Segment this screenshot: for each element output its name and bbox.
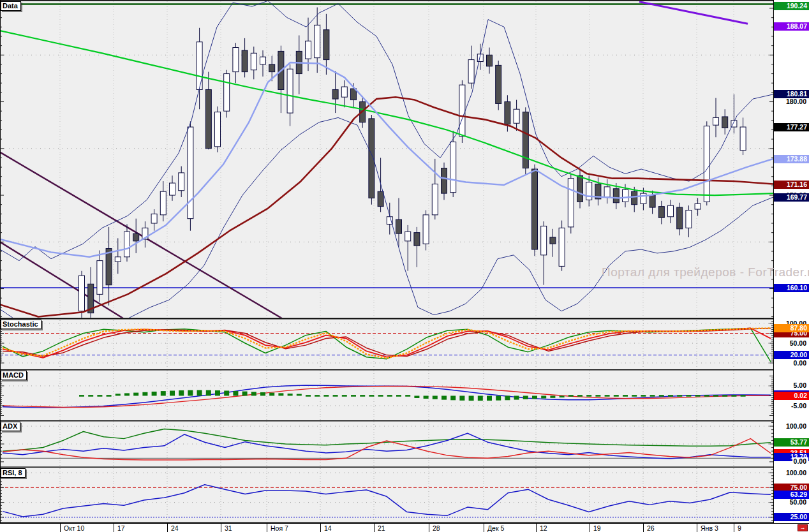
- price-badge: 169.77: [774, 193, 809, 202]
- time-label: 28: [433, 524, 440, 532]
- time-label: 17: [117, 524, 125, 532]
- axis-label: 180.00: [785, 98, 808, 106]
- price-badge: 53.77: [774, 438, 809, 447]
- time-tick: [267, 524, 267, 532]
- time-tick: [60, 524, 61, 532]
- axis-label: 100.00: [785, 422, 808, 431]
- axis-label: -5.00: [790, 402, 808, 410]
- time-tick: [590, 524, 590, 532]
- panel-title-adx[interactable]: ADX: [1, 422, 20, 431]
- time-tick: [484, 524, 484, 532]
- time-label: 12: [540, 524, 547, 532]
- price-badge: 63.29: [774, 491, 809, 499]
- time-tick: [320, 524, 321, 532]
- time-label: 19: [593, 524, 601, 532]
- price-badge: 171.16: [774, 181, 809, 189]
- time-label: 9: [738, 524, 741, 532]
- scroll-right-button[interactable]: →: [798, 524, 808, 531]
- time-tick: [734, 524, 734, 532]
- panel-title-data[interactable]: Data: [1, 1, 21, 11]
- time-label: 24: [171, 524, 179, 532]
- time-tick: [697, 524, 697, 532]
- price-badge: 25.00: [774, 513, 809, 521]
- axis-label: 50.00: [789, 339, 808, 348]
- price-badge: 177.27: [774, 123, 809, 131]
- panel-title-stochastic[interactable]: Stochastic: [1, 320, 41, 329]
- price-scale[interactable]: 180.00170.00190.24188.07180.81177.27173.…: [774, 0, 809, 523]
- time-label: Янв 3: [701, 524, 718, 532]
- axis-label: 0.00: [792, 457, 808, 466]
- time-label: 26: [647, 524, 655, 532]
- price-badge: 188.07: [774, 22, 809, 31]
- time-tick: [429, 524, 429, 532]
- time-tick: [536, 524, 537, 532]
- axis-label: 0.00: [792, 359, 808, 367]
- time-label: Дек 5: [487, 524, 504, 532]
- time-label: 31: [225, 524, 232, 532]
- panel-title-rsi[interactable]: RSI, 8: [1, 468, 26, 478]
- price-badge: 160.10: [774, 284, 809, 292]
- axis-label: 100.00: [785, 469, 808, 477]
- chart-window: 180.00170.00190.24188.07180.81177.27173.…: [0, 0, 809, 532]
- axis-label: 50.00: [789, 498, 808, 506]
- price-badge: 0.02: [774, 392, 809, 400]
- price-badge: 173.88: [774, 155, 809, 163]
- time-label: Окт 10: [64, 524, 84, 532]
- axis-label: 5.00: [792, 381, 808, 390]
- price-badge: 190.24: [774, 2, 809, 10]
- time-tick: [643, 524, 644, 532]
- price-badge: 180.81: [774, 90, 809, 98]
- time-label: 21: [378, 524, 385, 532]
- time-label: Ноя 7: [271, 524, 288, 532]
- price-badge: 87.80: [774, 324, 809, 332]
- price-badge: 20.00: [774, 351, 809, 359]
- time-tick: [114, 524, 114, 532]
- time-tick: [167, 524, 168, 532]
- panel-title-macd[interactable]: MACD: [1, 371, 27, 380]
- time-axis: → Окт 10172431Ноя 7142128Дек 5121926Янв …: [0, 523, 809, 532]
- time-label: 14: [324, 524, 332, 532]
- time-tick: [374, 524, 375, 532]
- watermark: Портал для трейдеров - ForTrader.ru: [602, 265, 809, 279]
- time-tick: [221, 524, 221, 532]
